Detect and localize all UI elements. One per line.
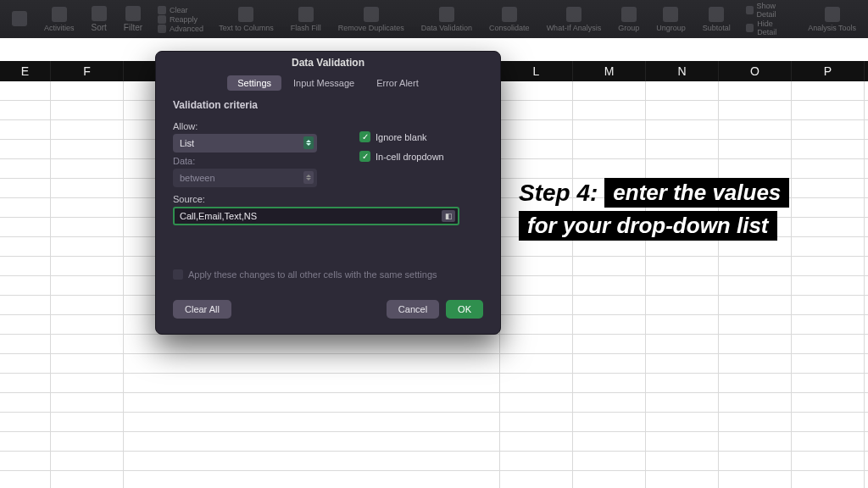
- ribbon-group-remove-duplicates[interactable]: Remove Duplicates: [333, 5, 409, 34]
- column-header[interactable]: L: [500, 61, 573, 81]
- tab-error-alert[interactable]: Error Alert: [366, 75, 429, 91]
- dialog-title: Data Validation: [156, 52, 500, 75]
- column-header[interactable]: N: [646, 61, 719, 81]
- checkbox-empty-icon: [173, 269, 183, 280]
- checkmark-icon: ✓: [359, 131, 370, 142]
- ribbon-group-flash-fill[interactable]: Flash Fill: [286, 5, 326, 34]
- clear-all-button[interactable]: Clear All: [173, 300, 231, 319]
- tutorial-callout: Step 4: enter the values for your drop-d…: [519, 178, 789, 241]
- callout-line1: enter the values: [604, 178, 789, 208]
- tab-input-message[interactable]: Input Message: [283, 75, 364, 91]
- source-input-value: Call,Email,Text,NS: [180, 211, 257, 221]
- ignore-blank-label: Ignore blank: [376, 132, 427, 142]
- ribbon-group-refresh[interactable]: [7, 9, 32, 30]
- data-validation-dialog: Data Validation Settings Input Message E…: [155, 51, 501, 335]
- ok-button[interactable]: OK: [446, 300, 483, 319]
- column-header[interactable]: M: [573, 61, 646, 81]
- chevron-updown-icon: [303, 171, 314, 184]
- ribbon-group-ungroup[interactable]: Ungroup: [651, 5, 691, 34]
- data-select-value: between: [180, 173, 215, 183]
- column-header[interactable]: F: [51, 61, 124, 81]
- apply-changes-checkbox: Apply these changes to all other cells w…: [173, 269, 483, 280]
- ribbon-detail-stack[interactable]: Show Detail Hide Detail: [743, 0, 796, 38]
- ribbon-group-what-if[interactable]: What-If Analysis: [542, 5, 607, 34]
- apply-changes-label: Apply these changes to all other cells w…: [188, 269, 437, 280]
- cancel-button[interactable]: Cancel: [387, 300, 439, 319]
- ribbon-group-activities[interactable]: Activities: [39, 5, 80, 34]
- ribbon-group-filter[interactable]: Filter: [119, 4, 147, 34]
- dialog-tabs: Settings Input Message Error Alert: [156, 75, 500, 91]
- ribbon-filter-stack[interactable]: Clear Reapply Advanced: [154, 4, 207, 35]
- ribbon-group-subtotal[interactable]: Subtotal: [698, 5, 736, 34]
- source-label: Source:: [173, 194, 483, 204]
- ribbon-group-group[interactable]: Group: [613, 5, 644, 34]
- allow-select[interactable]: List: [173, 134, 317, 152]
- incell-dropdown-checkbox[interactable]: ✓ In-cell dropdown: [359, 151, 444, 162]
- callout-step-label: Step 4:: [519, 180, 598, 207]
- source-input[interactable]: Call,Email,Text,NS ◧: [173, 207, 459, 225]
- ribbon-group-consolidate[interactable]: Consolidate: [484, 5, 535, 34]
- ribbon-group-analysis-tools[interactable]: Analysis Tools: [803, 5, 861, 34]
- validation-criteria-heading: Validation criteria: [173, 99, 483, 111]
- ribbon-group-data-validation[interactable]: Data Validation: [416, 5, 477, 34]
- data-select: between: [173, 169, 317, 187]
- column-header[interactable]: E: [0, 61, 51, 81]
- checkmark-icon: ✓: [359, 151, 370, 162]
- allow-label: Allow:: [173, 121, 326, 131]
- data-label: Data:: [173, 156, 326, 166]
- callout-line2: for your drop-down list: [519, 211, 777, 241]
- chevron-updown-icon: [303, 136, 314, 149]
- ribbon-group-text-to-columns[interactable]: Text to Columns: [214, 5, 279, 34]
- column-header[interactable]: P: [792, 61, 865, 81]
- column-header[interactable]: O: [719, 61, 792, 81]
- tab-settings[interactable]: Settings: [227, 75, 281, 91]
- ribbon: Activities Sort Filter Clear Reapply Adv…: [0, 0, 868, 38]
- range-picker-icon[interactable]: ◧: [442, 210, 455, 222]
- ignore-blank-checkbox[interactable]: ✓ Ignore blank: [359, 131, 444, 142]
- ribbon-group-sort[interactable]: Sort: [86, 4, 112, 34]
- allow-select-value: List: [180, 138, 194, 148]
- incell-dropdown-label: In-cell dropdown: [376, 152, 444, 162]
